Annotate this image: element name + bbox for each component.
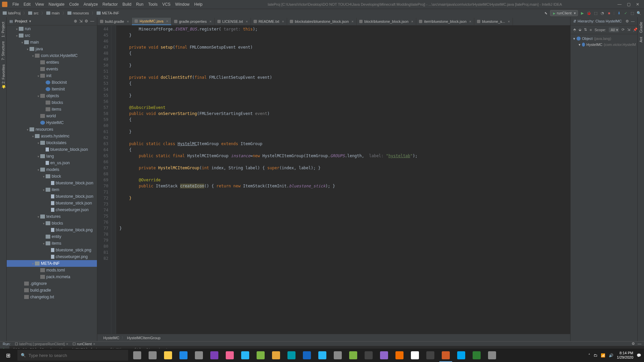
tray-expand-icon[interactable]: ˄ [588, 353, 590, 358]
menu-edit[interactable]: Edit [21, 2, 33, 7]
tree-node[interactable]: item [7, 186, 97, 193]
tree-node[interactable]: entity [7, 233, 97, 240]
run-icon[interactable]: ▶ [580, 11, 585, 15]
tree-node[interactable]: models [7, 166, 97, 173]
tree-node[interactable]: en_us.json [7, 160, 97, 166]
tree-node[interactable]: build.gradle [7, 287, 97, 294]
search-icon[interactable]: 🔍 [637, 11, 641, 15]
tool-tab-ant[interactable]: Ant [638, 35, 644, 45]
crumb-META-INF[interactable]: META-INF [97, 11, 119, 16]
tree-node[interactable]: java [7, 46, 97, 52]
tab-close-icon[interactable]: × [411, 19, 413, 23]
tray-clock[interactable]: 8:14 PM1/29/2020 [617, 351, 633, 360]
collapse-all-icon[interactable]: ⇲ [79, 19, 83, 23]
tree-node[interactable]: init [7, 72, 97, 79]
project-tree[interactable]: runsrcmainjavacom.victor.HystelMCentitie… [7, 25, 97, 341]
system-tray[interactable]: ˄ 🗀 📶 🔊 8:14 PM1/29/2020 💬 [588, 351, 644, 360]
tree-node[interactable]: world [7, 113, 97, 119]
tree-node[interactable]: ItemInit [7, 86, 97, 93]
tab-close-icon[interactable]: × [508, 19, 510, 23]
editor-tab[interactable]: gradle.properties× [171, 18, 215, 25]
taskbar-search-input[interactable] [29, 353, 125, 358]
tab-close-icon[interactable]: × [469, 19, 471, 23]
crumb-lateProj[interactable]: lateProj [3, 11, 27, 16]
run-gear-icon[interactable]: ⚙ [632, 342, 635, 346]
taskbar-app[interactable] [423, 349, 438, 362]
taskbar-app[interactable] [315, 349, 330, 362]
taskbar-app[interactable] [376, 349, 392, 362]
taskbar-app[interactable] [207, 349, 222, 362]
hier-scope-combo[interactable]: All▾ [609, 27, 619, 32]
select-opened-icon[interactable]: ⊕ [74, 19, 77, 23]
minimize-icon[interactable]: — [618, 2, 622, 7]
coverage-icon[interactable]: ⬚ [593, 11, 598, 15]
profile-icon[interactable]: ◔ [600, 11, 605, 15]
tree-node[interactable]: assets.hystelmc [7, 133, 97, 139]
tree-node[interactable]: bluestone_block.png [7, 227, 97, 233]
tree-node[interactable]: com.victor.HystelMC [7, 52, 97, 59]
tree-node[interactable]: bluestone_stick.png [7, 247, 97, 253]
code-breadcrumb[interactable]: HystelMC〉HystelMCItemGroup [97, 334, 570, 341]
menu-window[interactable]: Window [173, 2, 192, 7]
hierarchy-gear-icon[interactable]: ⚙ [626, 19, 629, 23]
taskbar-app[interactable] [330, 349, 345, 362]
tree-node[interactable]: bluestone_stick.json [7, 200, 97, 206]
taskbar-app[interactable] [284, 349, 299, 362]
taskbar-app[interactable] [222, 349, 237, 362]
tree-node[interactable]: blocks [7, 220, 97, 227]
gear-icon[interactable]: ⚙ [85, 19, 88, 23]
tree-node[interactable]: blocks [7, 99, 97, 106]
tab-close-icon[interactable]: × [246, 19, 248, 23]
taskbar-app[interactable] [268, 349, 284, 362]
tree-node[interactable]: changelog.txt [7, 294, 97, 300]
tree-node[interactable]: lang [7, 153, 97, 160]
taskbar-app[interactable] [160, 349, 176, 362]
tree-node[interactable]: block [7, 173, 97, 180]
tree-node[interactable]: bluestone_block.json [7, 193, 97, 200]
taskbar-app[interactable] [129, 349, 145, 362]
taskbar-app[interactable] [237, 349, 253, 362]
tab-close-icon[interactable]: × [166, 19, 168, 23]
tab-close-icon[interactable]: × [209, 19, 211, 23]
menu-code[interactable]: Code [67, 2, 81, 7]
menu-analyze[interactable]: Analyze [81, 2, 100, 7]
editor-tab[interactable]: LICENSE.txt× [215, 18, 251, 25]
menu-view[interactable]: View [33, 2, 46, 7]
editor-tab[interactable]: build.gradle× [97, 18, 132, 25]
tree-node[interactable]: src [7, 32, 97, 39]
hier-super-icon[interactable]: ⬙ [579, 27, 581, 32]
tray-notifications-icon[interactable]: 💬 [637, 353, 641, 358]
menu-build[interactable]: Build [120, 2, 134, 7]
tree-node[interactable]: run [7, 25, 97, 32]
menu-refactor[interactable]: Refactor [100, 2, 120, 7]
taskbar-app[interactable] [392, 349, 407, 362]
tree-node[interactable]: .gitignore [7, 280, 97, 287]
hier-refresh-icon[interactable]: ⟳ [622, 27, 625, 32]
tree-node[interactable]: bluestone_block.json [7, 180, 97, 186]
taskbar-app[interactable] [361, 349, 376, 362]
hide-panel-icon[interactable]: — [90, 19, 94, 23]
tree-node[interactable]: resources [7, 126, 97, 133]
tool-tab-gradle[interactable]: Gradle [638, 20, 644, 35]
editor-tab[interactable]: block\bluestone_block.json× [357, 18, 416, 25]
editor-body[interactable]: 44 45 46 47 48 49 50 51 52 53 54 55 56 5… [97, 25, 570, 334]
tab-close-icon[interactable]: × [352, 19, 354, 23]
menu-tools[interactable]: Tools [146, 2, 160, 7]
tool-tab-favorites[interactable]: ⭐ 2: Favorites [0, 62, 6, 91]
tree-node[interactable]: items [7, 240, 97, 247]
taskbar-app[interactable] [191, 349, 207, 362]
tree-node[interactable]: events [7, 66, 97, 72]
back-icon[interactable]: ⬉ [543, 11, 548, 15]
taskbar-search[interactable]: 🔍 [17, 350, 128, 361]
start-button[interactable]: ⊞ [0, 349, 16, 362]
project-view-dropdown[interactable] [29, 19, 31, 23]
run-config-combo[interactable]: runClient [550, 10, 578, 16]
hierarchy-tree[interactable]: ▾Object (java.lang)▾HystelMC (com.victor… [571, 34, 637, 49]
tool-tab-project[interactable]: 1: Project [0, 20, 6, 39]
editor-tab[interactable]: item\bluestone_block.json× [416, 18, 474, 25]
menu-navigate[interactable]: Navigate [46, 2, 67, 7]
code-area[interactable]: MinecraftForge.EVENT_BUS.register( targe… [116, 25, 570, 334]
debug-icon[interactable]: 🐞 [587, 11, 591, 15]
stop-icon[interactable]: ■ [607, 11, 611, 15]
taskbar-app[interactable] [145, 349, 160, 362]
